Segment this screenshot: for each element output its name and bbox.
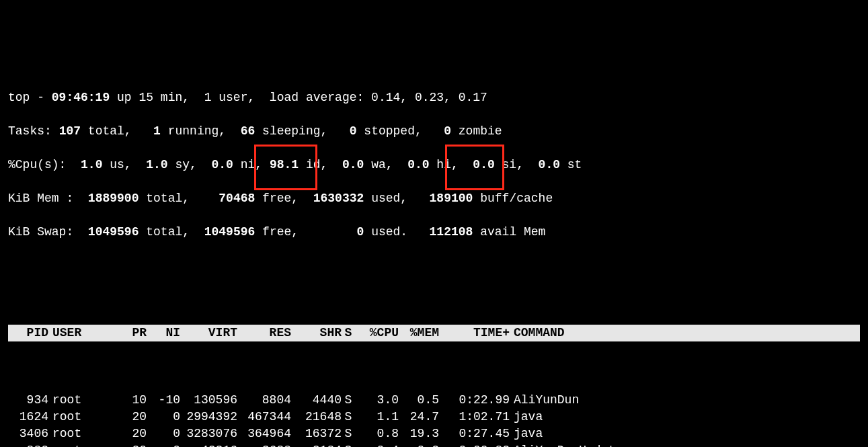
cell-mem: 19.3: [399, 425, 439, 442]
cell-cmd: AliYunDunUpdate: [510, 442, 623, 447]
col-res[interactable]: RES: [237, 325, 291, 341]
cell-pr: 20: [113, 409, 147, 425]
terminal-top-output: { "summary": { "line1": {"pre":"top - ",…: [0, 0, 868, 447]
col-state[interactable]: S: [342, 325, 355, 341]
summary-swap: KiB Swap: 1049596 total, 1049596 free, 0…: [8, 224, 860, 241]
cell-user: root: [48, 409, 113, 425]
cell-res: 364964: [237, 425, 291, 442]
table-row[interactable]: 882root2004231636882184S0.40.20:00.82Ali…: [8, 442, 860, 447]
col-user[interactable]: USER: [48, 325, 113, 341]
cell-virt: 130596: [180, 392, 237, 409]
cell-shr: 2184: [291, 442, 342, 447]
cell-virt: 2994392: [180, 409, 237, 425]
cell-mem: 24.7: [399, 409, 439, 425]
cell-pr: 20: [113, 442, 147, 447]
process-table-header[interactable]: PIDUSERPRNIVIRTRESSHRS%CPU%MEMTIME+COMMA…: [8, 325, 860, 341]
col-shr[interactable]: SHR: [291, 325, 342, 341]
col-virt[interactable]: VIRT: [180, 325, 237, 341]
cell-ni: 0: [147, 442, 180, 447]
col-pr[interactable]: PR: [113, 325, 147, 341]
col-cpu[interactable]: %CPU: [355, 325, 399, 341]
cell-res: 467344: [237, 409, 291, 425]
table-row[interactable]: 3406root200328307636496416372S0.819.30:2…: [8, 425, 860, 442]
cell-user: root: [48, 442, 113, 447]
cell-cmd: AliYunDun: [510, 392, 579, 409]
cell-cpu: 0.4: [355, 442, 399, 447]
cell-s: S: [342, 392, 355, 409]
cell-s: S: [342, 442, 355, 447]
cell-cmd: java: [510, 425, 543, 442]
col-command[interactable]: COMMAND: [510, 325, 565, 341]
summary-mem: KiB Mem : 1889900 total, 70468 free, 163…: [8, 190, 860, 207]
cell-cpu: 3.0: [355, 392, 399, 409]
col-mem[interactable]: %MEM: [399, 325, 439, 341]
cell-virt: 42316: [180, 442, 237, 447]
cell-pid: 882: [8, 442, 48, 447]
cell-pid: 3406: [8, 425, 48, 442]
cell-cpu: 0.8: [355, 425, 399, 442]
table-row[interactable]: 1624root200299439246734421648S1.124.71:0…: [8, 409, 860, 425]
cell-res: 3688: [237, 442, 291, 447]
cell-shr: 4440: [291, 392, 342, 409]
cell-s: S: [342, 409, 355, 425]
cell-mem: 0.2: [399, 442, 439, 447]
cell-time: 1:02.71: [439, 409, 510, 425]
process-table-body: 934root10-1013059688044440S3.00.50:22.99…: [8, 392, 860, 447]
cell-pr: 20: [113, 425, 147, 442]
cell-time: 0:00.82: [439, 442, 510, 447]
cell-ni: 0: [147, 409, 180, 425]
cell-s: S: [342, 425, 355, 442]
summary-uptime: top - 09:46:19 up 15 min, 1 user, load a…: [8, 89, 860, 106]
cell-shr: 21648: [291, 409, 342, 425]
cell-shr: 16372: [291, 425, 342, 442]
table-row[interactable]: 934root10-1013059688044440S3.00.50:22.99…: [8, 392, 860, 409]
cell-cmd: java: [510, 409, 543, 425]
cell-time: 0:27.45: [439, 425, 510, 442]
col-time[interactable]: TIME+: [439, 325, 510, 341]
cell-user: root: [48, 425, 113, 442]
cell-pid: 1624: [8, 409, 48, 425]
cell-user: root: [48, 392, 113, 409]
cell-mem: 0.5: [399, 392, 439, 409]
cell-virt: 3283076: [180, 425, 237, 442]
col-ni[interactable]: NI: [147, 325, 180, 341]
cell-cpu: 1.1: [355, 409, 399, 425]
col-pid[interactable]: PID: [8, 325, 48, 341]
cell-ni: -10: [147, 392, 180, 409]
cell-res: 8804: [237, 392, 291, 409]
summary-tasks: Tasks: 107 total, 1 running, 66 sleeping…: [8, 123, 860, 140]
cell-ni: 0: [147, 425, 180, 442]
cell-pid: 934: [8, 392, 48, 409]
cell-pr: 10: [113, 392, 147, 409]
cell-time: 0:22.99: [439, 392, 510, 409]
summary-cpu: %Cpu(s): 1.0 us, 1.0 sy, 0.0 ni, 98.1 id…: [8, 157, 860, 173]
